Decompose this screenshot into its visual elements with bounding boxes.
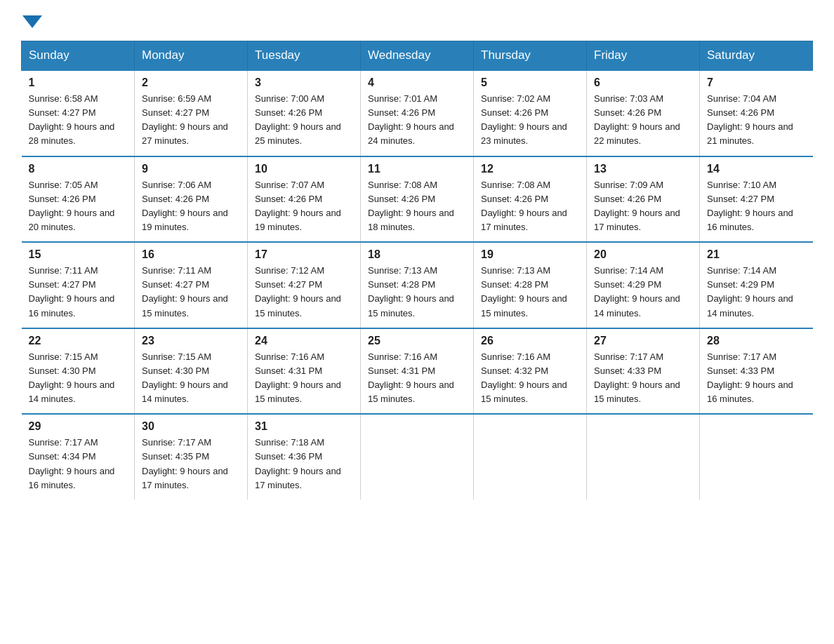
calendar-day-cell bbox=[700, 414, 813, 499]
day-info: Sunrise: 7:04 AMSunset: 4:26 PMDaylight:… bbox=[707, 92, 806, 149]
calendar-day-cell: 20Sunrise: 7:14 AMSunset: 4:29 PMDayligh… bbox=[587, 242, 700, 328]
day-number: 16 bbox=[142, 248, 240, 261]
calendar-day-cell: 23Sunrise: 7:15 AMSunset: 4:30 PMDayligh… bbox=[135, 328, 248, 415]
day-number: 11 bbox=[368, 163, 466, 175]
calendar-day-cell: 22Sunrise: 7:15 AMSunset: 4:30 PMDayligh… bbox=[22, 328, 135, 415]
header-saturday: Saturday bbox=[700, 41, 813, 71]
calendar-day-cell: 8Sunrise: 7:05 AMSunset: 4:26 PMDaylight… bbox=[22, 156, 135, 243]
day-info: Sunrise: 7:18 AMSunset: 4:36 PMDaylight:… bbox=[255, 436, 353, 492]
day-number: 8 bbox=[29, 163, 128, 175]
header-monday: Monday bbox=[135, 41, 248, 71]
calendar-day-cell: 6Sunrise: 7:03 AMSunset: 4:26 PMDaylight… bbox=[587, 70, 700, 156]
day-info: Sunrise: 7:14 AMSunset: 4:29 PMDaylight:… bbox=[707, 264, 806, 321]
calendar-body: 1Sunrise: 6:58 AMSunset: 4:27 PMDaylight… bbox=[22, 70, 813, 499]
day-number: 24 bbox=[255, 335, 353, 347]
header-sunday: Sunday bbox=[22, 41, 135, 71]
day-info: Sunrise: 7:06 AMSunset: 4:26 PMDaylight:… bbox=[142, 178, 240, 235]
day-info: Sunrise: 7:13 AMSunset: 4:28 PMDaylight:… bbox=[368, 264, 466, 321]
calendar-week-row: 22Sunrise: 7:15 AMSunset: 4:30 PMDayligh… bbox=[22, 328, 813, 415]
day-number: 20 bbox=[594, 248, 692, 261]
calendar-day-cell: 5Sunrise: 7:02 AMSunset: 4:26 PMDaylight… bbox=[474, 70, 587, 156]
day-number: 15 bbox=[29, 248, 128, 261]
day-number: 1 bbox=[29, 76, 128, 89]
day-info: Sunrise: 7:01 AMSunset: 4:26 PMDaylight:… bbox=[368, 92, 466, 149]
day-info: Sunrise: 7:15 AMSunset: 4:30 PMDaylight:… bbox=[142, 350, 240, 407]
day-info: Sunrise: 7:05 AMSunset: 4:26 PMDaylight:… bbox=[29, 178, 128, 235]
calendar-day-cell: 16Sunrise: 7:11 AMSunset: 4:27 PMDayligh… bbox=[135, 242, 248, 328]
calendar-day-cell: 1Sunrise: 6:58 AMSunset: 4:27 PMDaylight… bbox=[22, 70, 135, 156]
day-number: 9 bbox=[142, 163, 240, 175]
day-info: Sunrise: 7:15 AMSunset: 4:30 PMDaylight:… bbox=[29, 350, 128, 407]
day-info: Sunrise: 7:03 AMSunset: 4:26 PMDaylight:… bbox=[594, 92, 692, 149]
day-number: 5 bbox=[481, 76, 579, 89]
weekday-header-row: Sunday Monday Tuesday Wednesday Thursday… bbox=[22, 41, 813, 71]
day-number: 26 bbox=[481, 335, 579, 347]
calendar-day-cell: 25Sunrise: 7:16 AMSunset: 4:31 PMDayligh… bbox=[361, 328, 474, 415]
calendar-day-cell: 10Sunrise: 7:07 AMSunset: 4:26 PMDayligh… bbox=[248, 156, 361, 243]
day-info: Sunrise: 7:08 AMSunset: 4:26 PMDaylight:… bbox=[368, 178, 466, 235]
calendar-day-cell: 4Sunrise: 7:01 AMSunset: 4:26 PMDaylight… bbox=[361, 70, 474, 156]
calendar-day-cell: 3Sunrise: 7:00 AMSunset: 4:26 PMDaylight… bbox=[248, 70, 361, 156]
day-number: 22 bbox=[29, 335, 128, 347]
calendar-day-cell: 29Sunrise: 7:17 AMSunset: 4:34 PMDayligh… bbox=[22, 414, 135, 499]
day-info: Sunrise: 7:16 AMSunset: 4:31 PMDaylight:… bbox=[368, 350, 466, 407]
calendar-table: Sunday Monday Tuesday Wednesday Thursday… bbox=[21, 41, 813, 499]
day-number: 27 bbox=[594, 335, 692, 347]
day-number: 25 bbox=[368, 335, 466, 347]
day-number: 23 bbox=[142, 335, 240, 347]
calendar-day-cell: 31Sunrise: 7:18 AMSunset: 4:36 PMDayligh… bbox=[248, 414, 361, 499]
header-wednesday: Wednesday bbox=[361, 41, 474, 71]
day-info: Sunrise: 7:09 AMSunset: 4:26 PMDaylight:… bbox=[594, 178, 692, 235]
day-number: 29 bbox=[29, 420, 128, 433]
calendar-week-row: 15Sunrise: 7:11 AMSunset: 4:27 PMDayligh… bbox=[22, 242, 813, 328]
day-info: Sunrise: 7:11 AMSunset: 4:27 PMDaylight:… bbox=[29, 264, 128, 321]
day-number: 6 bbox=[594, 76, 692, 89]
logo bbox=[21, 14, 44, 27]
day-number: 4 bbox=[368, 76, 466, 89]
calendar-day-cell: 2Sunrise: 6:59 AMSunset: 4:27 PMDaylight… bbox=[135, 70, 248, 156]
calendar-day-cell: 18Sunrise: 7:13 AMSunset: 4:28 PMDayligh… bbox=[361, 242, 474, 328]
calendar-day-cell: 15Sunrise: 7:11 AMSunset: 4:27 PMDayligh… bbox=[22, 242, 135, 328]
day-info: Sunrise: 7:17 AMSunset: 4:33 PMDaylight:… bbox=[594, 350, 692, 407]
day-number: 7 bbox=[707, 76, 806, 89]
day-info: Sunrise: 7:07 AMSunset: 4:26 PMDaylight:… bbox=[255, 178, 353, 235]
day-number: 31 bbox=[255, 420, 353, 433]
day-number: 10 bbox=[255, 163, 353, 175]
calendar-day-cell: 24Sunrise: 7:16 AMSunset: 4:31 PMDayligh… bbox=[248, 328, 361, 415]
day-number: 30 bbox=[142, 420, 240, 433]
calendar-day-cell bbox=[587, 414, 700, 499]
day-number: 17 bbox=[255, 248, 353, 261]
day-number: 21 bbox=[707, 248, 806, 261]
day-info: Sunrise: 7:16 AMSunset: 4:31 PMDaylight:… bbox=[255, 350, 353, 407]
calendar-week-row: 8Sunrise: 7:05 AMSunset: 4:26 PMDaylight… bbox=[22, 156, 813, 243]
calendar-day-cell: 21Sunrise: 7:14 AMSunset: 4:29 PMDayligh… bbox=[700, 242, 813, 328]
calendar-day-cell: 19Sunrise: 7:13 AMSunset: 4:28 PMDayligh… bbox=[474, 242, 587, 328]
calendar-day-cell: 13Sunrise: 7:09 AMSunset: 4:26 PMDayligh… bbox=[587, 156, 700, 243]
header-thursday: Thursday bbox=[474, 41, 587, 71]
calendar-day-cell: 26Sunrise: 7:16 AMSunset: 4:32 PMDayligh… bbox=[474, 328, 587, 415]
day-info: Sunrise: 7:08 AMSunset: 4:26 PMDaylight:… bbox=[481, 178, 579, 235]
calendar-day-cell: 30Sunrise: 7:17 AMSunset: 4:35 PMDayligh… bbox=[135, 414, 248, 499]
day-number: 13 bbox=[594, 163, 692, 175]
day-info: Sunrise: 6:58 AMSunset: 4:27 PMDaylight:… bbox=[29, 92, 128, 149]
calendar-day-cell: 14Sunrise: 7:10 AMSunset: 4:27 PMDayligh… bbox=[700, 156, 813, 243]
day-number: 2 bbox=[142, 76, 240, 89]
calendar-day-cell: 11Sunrise: 7:08 AMSunset: 4:26 PMDayligh… bbox=[361, 156, 474, 243]
day-number: 28 bbox=[707, 335, 806, 347]
header-friday: Friday bbox=[587, 41, 700, 71]
page-header bbox=[21, 14, 813, 27]
day-info: Sunrise: 7:13 AMSunset: 4:28 PMDaylight:… bbox=[481, 264, 579, 321]
day-number: 12 bbox=[481, 163, 579, 175]
calendar-week-row: 1Sunrise: 6:58 AMSunset: 4:27 PMDaylight… bbox=[22, 70, 813, 156]
logo-triangle-icon bbox=[22, 15, 42, 28]
day-info: Sunrise: 7:00 AMSunset: 4:26 PMDaylight:… bbox=[255, 92, 353, 149]
calendar-day-cell: 27Sunrise: 7:17 AMSunset: 4:33 PMDayligh… bbox=[587, 328, 700, 415]
calendar-day-cell: 28Sunrise: 7:17 AMSunset: 4:33 PMDayligh… bbox=[700, 328, 813, 415]
day-info: Sunrise: 7:16 AMSunset: 4:32 PMDaylight:… bbox=[481, 350, 579, 407]
header-tuesday: Tuesday bbox=[248, 41, 361, 71]
day-info: Sunrise: 7:14 AMSunset: 4:29 PMDaylight:… bbox=[594, 264, 692, 321]
day-info: Sunrise: 7:17 AMSunset: 4:33 PMDaylight:… bbox=[707, 350, 806, 407]
calendar-header: Sunday Monday Tuesday Wednesday Thursday… bbox=[22, 41, 813, 71]
day-info: Sunrise: 7:17 AMSunset: 4:35 PMDaylight:… bbox=[142, 436, 240, 492]
day-info: Sunrise: 6:59 AMSunset: 4:27 PMDaylight:… bbox=[142, 92, 240, 149]
